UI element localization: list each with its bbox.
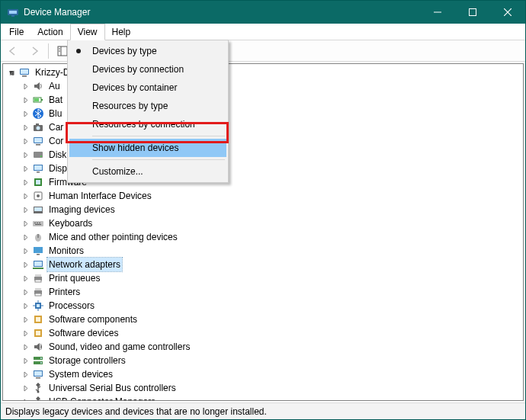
tree-node[interactable]: Human Interface Devices — [20, 189, 523, 203]
minimize-button[interactable] — [420, 1, 455, 24]
tree-node-label: Software components — [47, 313, 139, 326]
expander-icon[interactable] — [20, 259, 30, 270]
svg-rect-23 — [34, 138, 42, 143]
tree-node[interactable]: Monitors — [20, 244, 523, 258]
cpu-icon — [32, 300, 44, 312]
tree-node[interactable]: Printers — [20, 285, 523, 299]
expander-icon[interactable] — [20, 328, 30, 338]
tree-node[interactable]: Storage controllers — [20, 354, 523, 367]
menuitem-customize[interactable]: Customize... — [69, 162, 226, 181]
expander-icon[interactable] — [20, 232, 30, 242]
expander-icon[interactable] — [20, 341, 30, 352]
expander-icon[interactable] — [20, 273, 30, 284]
svg-point-71 — [37, 391, 40, 393]
expander-icon[interactable] — [20, 163, 30, 174]
close-button[interactable] — [490, 1, 525, 24]
svg-rect-1 — [9, 11, 17, 14]
expander-icon[interactable] — [20, 300, 30, 311]
svg-rect-53 — [35, 293, 41, 296]
expander-icon[interactable] — [20, 108, 30, 119]
statusbar-text: Displays legacy devices and devices that… — [5, 406, 267, 417]
svg-rect-24 — [36, 144, 40, 146]
tree-node-label: Universal Serial Bus controllers — [47, 381, 178, 395]
svg-rect-49 — [35, 274, 41, 277]
tree-node-label: Mice and other pointing devices — [47, 230, 179, 244]
tree-node-label: Human Interface Devices — [47, 189, 153, 203]
tree-node[interactable]: Software devices — [20, 326, 523, 340]
printer-icon — [32, 286, 44, 298]
maximize-button[interactable] — [455, 1, 490, 24]
menu-action[interactable]: Action — [30, 24, 69, 40]
device-manager-window: Device Manager File Action View Help Kri… — [0, 0, 526, 420]
tree-node-label: Car — [47, 120, 65, 134]
svg-rect-29 — [37, 172, 40, 173]
svg-rect-55 — [37, 304, 40, 307]
menuitem-resources-by-type[interactable]: Resources by type — [69, 97, 226, 115]
menuitem-devices-by-type[interactable]: Devices by type — [69, 42, 226, 60]
tree-node-label: Cor — [47, 134, 65, 148]
tree-node[interactable]: Keyboards — [20, 216, 523, 230]
tree-node-label: Disk — [47, 148, 68, 162]
tree-node-label: Print queues — [47, 271, 101, 285]
menu-view[interactable]: View — [70, 24, 105, 40]
software-icon — [32, 327, 44, 339]
usb-icon — [32, 396, 44, 400]
tree-node[interactable]: Software components — [20, 313, 523, 326]
menuitem-devices-by-container[interactable]: Devices by container — [69, 79, 226, 97]
expander-icon[interactable] — [20, 177, 30, 188]
expander-icon[interactable] — [6, 67, 17, 78]
expander-icon[interactable] — [20, 204, 30, 215]
expander-icon[interactable] — [20, 95, 30, 105]
svg-rect-17 — [34, 98, 39, 101]
camera-icon — [32, 121, 44, 133]
tree-node-label: Software devices — [47, 326, 120, 340]
svg-rect-13 — [21, 69, 28, 74]
expander-icon[interactable] — [20, 136, 30, 146]
tree-node[interactable]: Print queues — [20, 271, 523, 285]
tree-node[interactable]: Imaging devices — [20, 203, 523, 216]
tree-node[interactable]: Universal Serial Bus controllers — [20, 381, 523, 395]
menuitem-show-hidden-devices[interactable]: Show hidden devices — [69, 139, 226, 157]
tree-node[interactable]: Sound, video and game controllers — [20, 340, 523, 354]
svg-rect-61 — [36, 317, 40, 322]
tree-node[interactable]: Mice and other pointing devices — [20, 230, 523, 244]
tree-node[interactable]: USB Connector Managers — [20, 395, 523, 400]
hid-icon — [32, 190, 44, 202]
expander-icon[interactable] — [20, 245, 30, 256]
svg-rect-47 — [33, 268, 43, 269]
tree-node-label: Printers — [47, 285, 82, 299]
window-title: Device Manager — [24, 7, 90, 18]
expander-icon[interactable] — [20, 218, 30, 229]
tree-node[interactable]: Network adapters — [20, 258, 523, 271]
expander-icon[interactable] — [20, 383, 30, 393]
forward-button[interactable] — [25, 43, 43, 59]
back-button[interactable] — [4, 43, 22, 59]
svg-rect-43 — [34, 247, 43, 253]
expander-icon[interactable] — [20, 314, 30, 325]
tree-node-label: Processors — [47, 299, 96, 313]
tree-node[interactable]: Processors — [20, 299, 523, 313]
expander-icon[interactable] — [20, 81, 30, 91]
svg-rect-50 — [35, 280, 41, 282]
expander-icon[interactable] — [20, 369, 30, 380]
svg-rect-14 — [22, 75, 27, 77]
expander-icon[interactable] — [20, 355, 30, 366]
svg-rect-35 — [34, 207, 42, 211]
menuitem-resources-by-connection[interactable]: Resources by connection — [69, 115, 226, 133]
expander-icon[interactable] — [20, 287, 30, 297]
tree-node[interactable]: System devices — [20, 367, 523, 381]
display-icon — [32, 162, 44, 175]
expander-icon[interactable] — [20, 149, 30, 160]
menuitem-devices-by-connection[interactable]: Devices by connection — [69, 60, 226, 79]
tree-node-label: System devices — [47, 367, 114, 381]
titlebar[interactable]: Device Manager — [1, 1, 525, 24]
expander-icon[interactable] — [20, 122, 30, 133]
expander-icon[interactable] — [20, 396, 30, 400]
mouse-icon — [32, 231, 44, 243]
menu-file[interactable]: File — [2, 24, 30, 40]
svg-rect-21 — [36, 123, 39, 125]
expander-icon[interactable] — [20, 191, 30, 201]
svg-point-20 — [37, 127, 40, 130]
menu-help[interactable]: Help — [105, 24, 138, 40]
svg-rect-16 — [41, 99, 43, 101]
